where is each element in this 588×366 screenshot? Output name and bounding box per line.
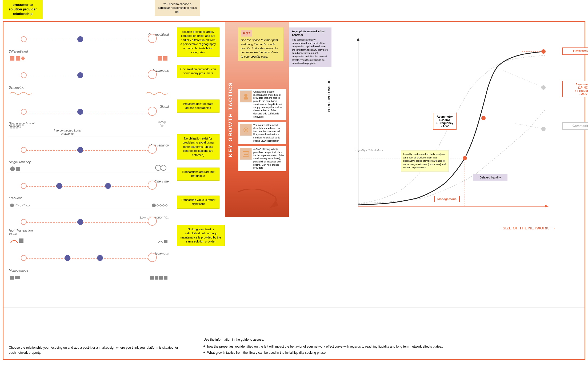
tooltip-1: solution providers largely compete on pr… bbox=[177, 27, 219, 57]
tooltip-top: You need to choose a particular relation… bbox=[155, 0, 200, 16]
kgt-card-2: The nature of the need (locally bounded)… bbox=[238, 122, 286, 144]
bullet-2: What growth tactics from the library can… bbox=[203, 350, 571, 355]
property-row-7: Monogamous Polygamous bbox=[7, 245, 170, 281]
prop-left-2: Symmetric bbox=[9, 86, 41, 89]
sticky-note: prosumer to solution provider relationsh… bbox=[3, 0, 43, 19]
svg-rect-15 bbox=[243, 152, 249, 156]
prop-right-5: One Time bbox=[155, 180, 169, 183]
svg-point-2 bbox=[164, 121, 166, 123]
svg-point-7 bbox=[155, 165, 161, 170]
graph-label-differentiated: Differentiated bbox=[562, 47, 588, 55]
svg-marker-23 bbox=[545, 205, 549, 208]
y-axis-label: PERCEIVED VALUE bbox=[327, 80, 331, 112]
tooltip-5: Transactions are rare but not unique bbox=[177, 168, 219, 181]
tooltip-3: Providers don't operate across geographi… bbox=[177, 100, 219, 113]
kgt-title: KEY GROWTH TACTICS bbox=[227, 82, 234, 157]
svg-point-8 bbox=[161, 165, 166, 170]
svg-line-30 bbox=[502, 70, 543, 87]
svg-rect-18 bbox=[246, 154, 248, 155]
prop-left-6: High Transaction Value bbox=[9, 229, 41, 236]
asymptotic-box: Asymptotic network effect behavior The s… bbox=[289, 27, 331, 67]
tooltip-2: One solution priovieder can serve many p… bbox=[177, 65, 219, 78]
interconnected-label: Interconnected Local Networks bbox=[50, 129, 85, 135]
kgt-arrow bbox=[235, 189, 278, 212]
kgt-cards: Onboarding a set of recognizable and eff… bbox=[238, 89, 286, 171]
svg-rect-10 bbox=[244, 97, 248, 100]
svg-point-3 bbox=[161, 125, 163, 127]
svg-point-25 bbox=[481, 116, 486, 120]
main-container: Differentiated Commoditized bbox=[3, 21, 585, 360]
svg-line-4 bbox=[161, 122, 162, 123]
graph-monogamous-label: Monogamous bbox=[434, 196, 460, 202]
property-row-3: Disconnected Local Networks Interconnect… bbox=[7, 98, 170, 137]
page-wrapper: prosumer to solution provider relationsh… bbox=[0, 0, 588, 366]
kgt-desc-text: Use this space to either print and hang … bbox=[241, 38, 281, 59]
graph-label-commoditized: Commoditized bbox=[562, 122, 588, 130]
kgt-card-3: A SaaS offering to help providers design… bbox=[238, 146, 286, 171]
property-row-1: Differentiated Commoditized bbox=[7, 26, 170, 62]
svg-line-5 bbox=[163, 122, 164, 123]
kgt-label: KGT bbox=[241, 30, 252, 37]
prop-left-5: Frequent bbox=[9, 196, 41, 200]
property-row-5: Frequent One Time bbox=[7, 173, 170, 209]
svg-rect-17 bbox=[244, 154, 246, 155]
svg-point-9 bbox=[244, 94, 247, 97]
svg-point-1 bbox=[158, 121, 161, 123]
svg-marker-21 bbox=[357, 38, 359, 41]
tooltip-top-text: You need to choose a particular relation… bbox=[158, 2, 197, 13]
graph-annotation-yellow: Liquidity can be reached fairly easily a… bbox=[401, 150, 449, 172]
kgt-card-1: Onboarding a set of recognizable and eff… bbox=[238, 89, 286, 120]
bullet-1: how the properties you identified on the… bbox=[203, 344, 571, 349]
kgt-banner: KEY GROWTH TACTICS KGT Use this space to… bbox=[225, 22, 289, 217]
bottom-left-text: Choose the relationship your focusing on… bbox=[9, 345, 179, 355]
tooltip-4: No obligation exist for providers to avo… bbox=[177, 134, 219, 160]
graph-label-asymmetry: Asymmetry(1P-NC)+ Frequency- AOV bbox=[562, 81, 588, 97]
tooltip-6: Transaction value is rather significant bbox=[177, 196, 219, 209]
property-row-2: Symmetric Asymmetric bbox=[7, 62, 170, 98]
prop-left-4: Single Tenancy bbox=[9, 160, 41, 164]
prop-right-3: Global bbox=[159, 105, 169, 109]
prop-left-1: Differentiated bbox=[9, 50, 41, 53]
graph-annotation-asymmetry: Asymmetry (1P-NC) + Frequency - AOV bbox=[433, 113, 457, 130]
prop-left-7: Monogamous bbox=[9, 269, 41, 272]
svg-line-31 bbox=[515, 124, 543, 129]
delayed-liquidity-box: Delayed liquidity bbox=[473, 174, 507, 181]
property-row-4: Single Tenancy Multi Tenancy bbox=[7, 137, 170, 173]
graph-area: PERCEIVED VALUE SIZE OF THE NETWORK → bbox=[342, 35, 555, 217]
liquidity-critical-mass-label: Liquidity - Critical Mass bbox=[355, 149, 383, 152]
x-axis-label: SIZE OF THE NETWORK → bbox=[503, 226, 555, 230]
sticky-text: prosumer to solution provider relationsh… bbox=[9, 3, 37, 16]
bottom-area: Choose the relationship your focusing on… bbox=[3, 307, 585, 359]
bullet-dot-1 bbox=[203, 345, 205, 347]
bullet-dot-2 bbox=[203, 352, 205, 353]
property-row-6: High Transaction Value Low Transaction V… bbox=[7, 209, 170, 245]
tooltip-7: No long term trust is established but no… bbox=[177, 225, 225, 246]
bottom-right-text: Use the information in the guide to asse… bbox=[203, 337, 571, 355]
svg-point-12 bbox=[245, 129, 247, 131]
kgt-desc-box: KGT Use this space to either print and h… bbox=[238, 27, 283, 61]
